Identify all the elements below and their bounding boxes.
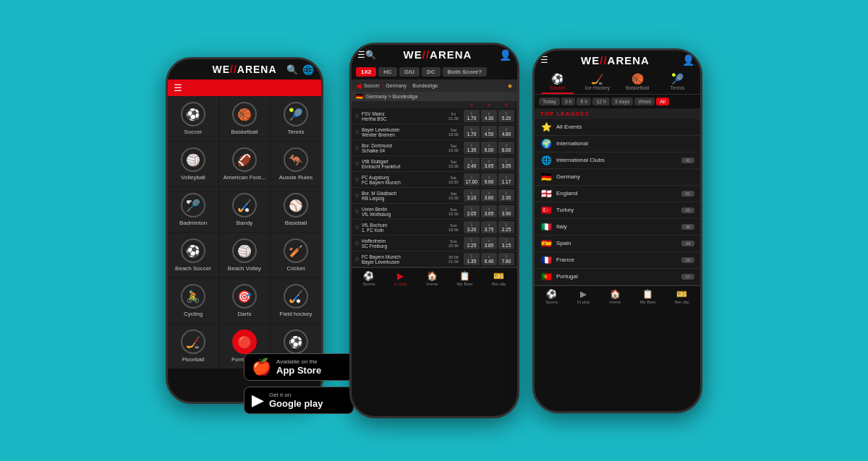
odd2-1[interactable]: 24.80: [498, 126, 514, 138]
match-row-4[interactable]: ☆ FC Augsburg FC Bayern Munich Sat 16:30…: [352, 172, 517, 188]
center-nav-item-bet-slip[interactable]: 🎫 Bet slip: [492, 271, 506, 286]
match-row-0[interactable]: ☆ FSV Mainz Hertha BSC Fri 21:30 11.70 x…: [352, 108, 517, 124]
sport-item-basketball[interactable]: 🏀Basketball: [219, 96, 270, 141]
odd1-7[interactable]: 13.20: [464, 221, 480, 233]
sport-item-aussie-rules[interactable]: 🦘Aussie Rules: [271, 142, 321, 186]
league-row-international[interactable]: 🌍 International: [535, 136, 700, 152]
sport-item-soccer[interactable]: ⚽Soccer: [168, 96, 218, 141]
match-row-3[interactable]: ☆ VfB Stuttgart Eintracht Frankfurt Sat …: [352, 156, 517, 172]
hamburger-right-icon[interactable]: ☰: [540, 55, 548, 65]
match-star-2[interactable]: ☆: [354, 145, 360, 151]
sport-item-cricket[interactable]: 🏏Cricket: [271, 233, 321, 277]
bet-type-btn-hc[interactable]: HC: [378, 67, 397, 77]
match-row-5[interactable]: ☆ Bor. M Gladbach RB Leipzig Sat 19:30 1…: [352, 188, 517, 204]
time-filter-btn-week[interactable]: Week: [634, 98, 655, 105]
match-row-2[interactable]: ☆ Bor. Dortmund Schalke 04 Sat 16:30 11.…: [352, 140, 517, 156]
match-row-6[interactable]: ☆ Union Berlin VfL Wolfsburg Sun 16:30 1…: [352, 204, 517, 220]
user-center-icon[interactable]: 👤: [499, 49, 511, 61]
sport-item-cycling[interactable]: 🚴Cycling: [168, 278, 218, 323]
odd2-4[interactable]: 21.17: [498, 173, 514, 186]
match-row-1[interactable]: ☆ Bayer Leverkusen Werder Bremen Sat 16:…: [352, 124, 517, 140]
time-filter-btn-3-days[interactable]: 3 days: [611, 98, 634, 105]
time-filter-btn-3-h[interactable]: 3 h: [561, 98, 576, 105]
match-star-3[interactable]: ☆: [354, 160, 360, 167]
sport-tab-basketball[interactable]: 🏀 Basketball: [621, 73, 653, 94]
right-nav-item-sports[interactable]: ⚽ Sports: [545, 289, 558, 304]
match-row-8[interactable]: ☆ Hoffenheim SC Freiburg Sun 20:30 12.25…: [352, 236, 517, 251]
odd2-9[interactable]: 27.80: [498, 253, 514, 265]
bet-type-btn-dc[interactable]: DC: [422, 67, 441, 77]
odd2-3[interactable]: 23.05: [498, 158, 514, 170]
center-nav-item-sports[interactable]: ⚽ Sports: [362, 271, 375, 286]
odd1-5[interactable]: 13.10: [464, 189, 480, 202]
oddx-8[interactable]: x3.85: [481, 237, 497, 249]
sport-tab-ice-hockey[interactable]: 🏒 Ice Hockey: [582, 73, 613, 94]
odd2-8[interactable]: 23.15: [498, 237, 514, 249]
sport-item-badminton[interactable]: 🏸Badminton: [168, 187, 218, 232]
appstore-badge[interactable]: 🍎 Available on the App Store: [244, 353, 354, 381]
sport-item-field-hockey[interactable]: 🏑Field hockey: [271, 278, 321, 323]
sport-tab-tennis[interactable]: 🎾 Tennis: [661, 73, 693, 94]
time-filter-btn-today[interactable]: Today: [539, 98, 560, 105]
googleplay-badge[interactable]: ▶ Get it on Google play: [244, 387, 354, 414]
match-row-9[interactable]: ☆ FC Bayern Munich Bayer Leverkusen 30:0…: [352, 251, 517, 267]
bet-type-btn-bothscore?[interactable]: Both Score?: [443, 67, 488, 77]
sport-item-beach-volley[interactable]: 🏐Beach Volley: [219, 233, 270, 277]
match-star-1[interactable]: ☆: [354, 129, 360, 135]
odd1-9[interactable]: 11.35: [464, 253, 480, 265]
match-star-9[interactable]: ☆: [354, 256, 360, 262]
league-row-spain[interactable]: 🇪🇸 Spain 34: [535, 236, 700, 252]
oddx-7[interactable]: x3.75: [481, 221, 497, 233]
sport-tab-soccer[interactable]: ⚽ Soccer: [542, 73, 574, 94]
user-right-icon[interactable]: 👤: [682, 54, 694, 66]
league-row-turkey[interactable]: 🇹🇷 Turkey 25: [535, 202, 700, 219]
match-row-7[interactable]: ☆ VfL Bochum 1. FC Koln Sun 18:30 13.20 …: [352, 220, 517, 236]
odd1-6[interactable]: 12.05: [464, 205, 480, 217]
sport-item-floorball[interactable]: 🏒Floorball: [168, 324, 218, 369]
time-filter-btn-all[interactable]: All: [656, 98, 669, 105]
breadcrumb-bundesliga[interactable]: Bundesliga: [412, 83, 438, 88]
sport-item-beach-soccer[interactable]: ⚽Beach Soccer: [168, 233, 218, 277]
odd1-0[interactable]: 11.70: [464, 110, 480, 122]
breadcrumb-soccer[interactable]: Soccer: [364, 83, 380, 88]
odd2-5[interactable]: 22.30: [498, 189, 514, 202]
time-filter-btn-12-h[interactable]: 12 h: [592, 98, 610, 105]
match-star-8[interactable]: ☆: [354, 240, 360, 246]
favorite-star-icon[interactable]: ★: [507, 82, 513, 90]
league-row-italy[interactable]: 🇮🇹 Italy 38: [535, 219, 700, 236]
right-nav-item-my-bets[interactable]: 📋 My Bets: [640, 289, 656, 304]
odd2-7[interactable]: 22.25: [498, 221, 514, 233]
right-nav-item-bet-slip[interactable]: 🎫 Bet slip: [675, 289, 689, 304]
odd1-4[interactable]: 117.00: [464, 173, 480, 186]
bet-type-btn-1x2[interactable]: 1X2: [356, 67, 376, 77]
time-filter-btn-6-h[interactable]: 6 h: [576, 98, 591, 105]
sport-item-baseball[interactable]: ⚾Baseball: [271, 187, 321, 232]
breadcrumb-germany[interactable]: Germany: [386, 83, 407, 88]
oddx-1[interactable]: x4.50: [481, 126, 497, 138]
odd2-6[interactable]: 23.90: [498, 205, 514, 217]
search-icon[interactable]: 🔍: [286, 64, 298, 75]
odd2-0[interactable]: 25.20: [498, 110, 514, 122]
back-arrow[interactable]: ◀: [356, 82, 362, 90]
right-nav-item-home[interactable]: 🏠 Home: [609, 289, 621, 304]
hamburger-center-icon[interactable]: ☰: [357, 50, 365, 60]
sport-item-tennis[interactable]: 🎾Tennis: [271, 96, 321, 141]
match-star-7[interactable]: ☆: [354, 224, 360, 231]
oddx-3[interactable]: x3.65: [481, 158, 497, 170]
sport-item-darts[interactable]: 🎯Darts: [219, 278, 270, 323]
oddx-2[interactable]: x6.00: [481, 142, 497, 154]
oddx-6[interactable]: x3.65: [481, 205, 497, 217]
hamburger-icon[interactable]: ☰: [174, 82, 182, 93]
league-row-portugal[interactable]: 🇵🇹 Portugal 17: [535, 269, 700, 285]
odd1-2[interactable]: 11.35: [464, 142, 480, 154]
match-star-6[interactable]: ☆: [354, 208, 360, 215]
match-star-4[interactable]: ☆: [354, 176, 360, 183]
sport-item-volleyball[interactable]: 🏐Volleyball: [168, 142, 218, 186]
oddx-4[interactable]: x9.60: [481, 173, 497, 186]
oddx-5[interactable]: x3.80: [481, 189, 497, 202]
odd1-1[interactable]: 11.70: [464, 126, 480, 138]
odd1-3[interactable]: 12.40: [464, 158, 480, 170]
match-star-5[interactable]: ☆: [354, 192, 360, 199]
search-center-icon[interactable]: 🔍: [365, 50, 376, 60]
globe-icon[interactable]: 🌐: [302, 64, 314, 75]
